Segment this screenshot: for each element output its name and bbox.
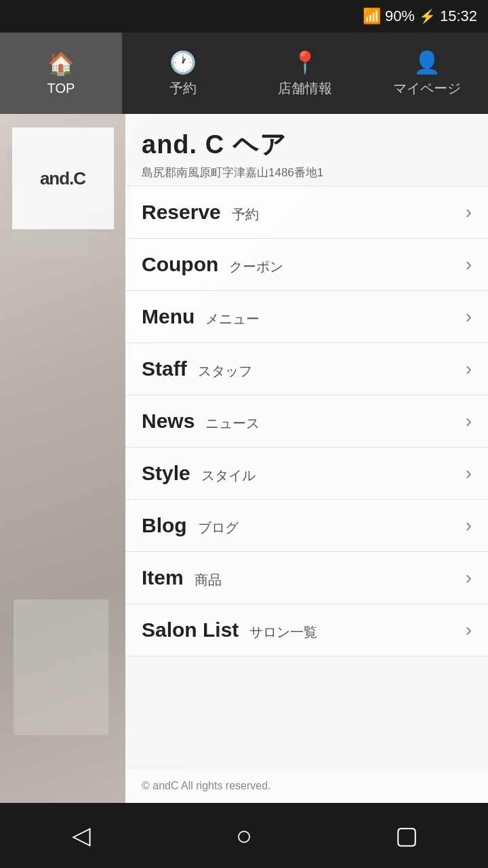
chevron-right-icon: › [466, 306, 472, 328]
nav-tabs: 🏠 TOP 🕐 予約 📍 店舗情報 👤 マイページ [0, 33, 488, 114]
status-icons: 📶 90% ⚡ 15:32 [363, 7, 477, 25]
bottom-nav [0, 803, 488, 868]
menu-item-reserve-ja: 予約 [232, 205, 259, 224]
tab-top-label: TOP [47, 81, 75, 96]
menu-list: Reserve 予約 › Coupon クーポン › Menu メニュー › [125, 186, 488, 769]
tab-store-label: 店舗情報 [278, 79, 332, 98]
tab-top[interactable]: 🏠 TOP [0, 33, 122, 114]
salon-address: 島尻郡南風原町字津嘉山1486番地1 [142, 165, 472, 180]
menu-item-staff-ja: スタッフ [198, 362, 252, 380]
left-sidebar: and.C [0, 114, 125, 803]
battery-level: 90% [385, 7, 415, 25]
menu-item-news-en: News [142, 410, 195, 433]
footer: © andC All rights reserved. [125, 769, 488, 803]
recents-icon [395, 821, 418, 850]
circle-home-icon [236, 821, 252, 851]
salon-name: and. C ヘア [142, 127, 472, 162]
menu-item-item[interactable]: Item 商品 › [125, 552, 488, 604]
chevron-right-icon: › [466, 410, 472, 432]
signal-icon: 📶 [363, 7, 381, 25]
chevron-right-icon: › [466, 619, 472, 641]
menu-item-style-en: Style [142, 462, 190, 485]
clock: 15:32 [440, 7, 477, 25]
chevron-right-icon: › [466, 254, 472, 275]
menu-item-blog-ja: ブログ [198, 519, 239, 537]
menu-item-blog-en: Blog [142, 514, 187, 537]
menu-item-reserve[interactable]: Reserve 予約 › [125, 186, 488, 239]
location-icon: 📍 [291, 50, 319, 75]
recents-button[interactable] [380, 815, 434, 856]
menu-item-menu-en: Menu [142, 305, 195, 328]
chevron-right-icon: › [466, 567, 472, 589]
battery-icon: ⚡ [419, 8, 436, 24]
menu-item-coupon-en: Coupon [142, 253, 218, 276]
tab-reserve[interactable]: 🕐 予約 [122, 33, 244, 114]
menu-panel: and. C ヘア 島尻郡南風原町字津嘉山1486番地1 Reserve 予約 … [125, 114, 488, 803]
home-icon: 🏠 [47, 51, 75, 77]
back-icon [72, 821, 91, 850]
home-button[interactable] [217, 815, 271, 856]
menu-item-menu[interactable]: Menu メニュー › [125, 291, 488, 343]
status-bar: 📶 90% ⚡ 15:32 [0, 0, 488, 33]
copyright-text: © andC All rights reserved. [142, 780, 271, 791]
menu-item-blog[interactable]: Blog ブログ › [125, 500, 488, 552]
menu-item-coupon-ja: クーポン [229, 258, 283, 276]
menu-item-item-en: Item [142, 566, 184, 589]
menu-item-news[interactable]: News ニュース › [125, 395, 488, 448]
menu-item-coupon[interactable]: Coupon クーポン › [125, 239, 488, 291]
menu-item-salon-list[interactable]: Salon List サロン一覧 › [125, 604, 488, 656]
tab-store-info[interactable]: 📍 店舗情報 [244, 33, 366, 114]
menu-item-style-ja: スタイル [201, 467, 256, 485]
clock-icon: 🕐 [169, 50, 197, 75]
menu-item-item-ja: 商品 [195, 571, 222, 589]
menu-item-menu-ja: メニュー [205, 310, 260, 328]
user-icon: 👤 [413, 50, 441, 75]
menu-item-staff-en: Staff [142, 357, 187, 380]
menu-item-staff[interactable]: Staff スタッフ › [125, 343, 488, 395]
tab-mypage-label: マイページ [393, 79, 461, 98]
salon-logo-box: and.C [12, 127, 114, 229]
menu-item-news-ja: ニュース [205, 414, 260, 433]
menu-item-salon-list-ja: サロン一覧 [249, 623, 317, 642]
tab-mypage[interactable]: 👤 マイページ [366, 33, 488, 114]
salon-header: and. C ヘア 島尻郡南風原町字津嘉山1486番地1 [125, 114, 488, 186]
chevron-right-icon: › [466, 358, 472, 380]
chevron-right-icon: › [466, 462, 472, 484]
main-content: and.C and. C ヘア 島尻郡南風原町字津嘉山1486番地1 Reser… [0, 114, 488, 803]
menu-item-style[interactable]: Style スタイル › [125, 448, 488, 500]
chevron-right-icon: › [466, 515, 472, 536]
tab-reserve-label: 予約 [169, 79, 197, 98]
salon-logo-text: and.C [40, 168, 85, 189]
menu-item-reserve-en: Reserve [142, 201, 221, 224]
chevron-right-icon: › [466, 201, 472, 223]
back-button[interactable] [54, 815, 108, 856]
menu-item-salon-list-en: Salon List [142, 618, 239, 642]
